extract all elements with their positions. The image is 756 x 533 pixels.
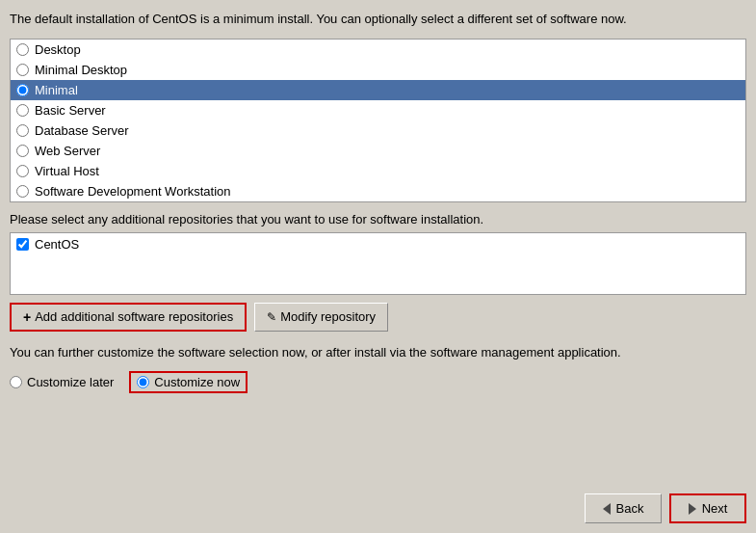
- repos-label: Please select any additional repositorie…: [10, 212, 746, 227]
- list-item-minimal[interactable]: Minimal: [11, 80, 745, 100]
- repo-item[interactable]: CentOS: [16, 237, 740, 252]
- list-item[interactable]: Desktop: [11, 40, 745, 60]
- customize-now-label: Customize now: [154, 375, 240, 389]
- radio-desktop[interactable]: [16, 43, 29, 56]
- radio-virtual-host[interactable]: [16, 165, 29, 177]
- list-item-label: Minimal Desktop: [35, 63, 127, 77]
- next-arrow-icon: [689, 503, 696, 515]
- list-item[interactable]: Web Server: [11, 141, 745, 161]
- back-arrow-icon: [603, 503, 611, 515]
- list-item-label: Minimal: [35, 83, 78, 97]
- list-item-label: Basic Server: [35, 103, 106, 118]
- repos-box: CentOS: [10, 232, 746, 295]
- add-repos-label: Add additional software repositories: [35, 309, 233, 324]
- list-item[interactable]: Software Development Workstation: [11, 181, 745, 201]
- list-item-label: Software Development Workstation: [35, 184, 231, 199]
- back-button[interactable]: Back: [585, 493, 662, 523]
- customize-text: You can further customize the software s…: [10, 343, 746, 362]
- next-label: Next: [702, 501, 728, 516]
- modify-repo-label: Modify repository: [280, 309, 376, 324]
- software-list-container: Desktop Minimal Desktop Minimal Basic Se…: [10, 39, 746, 202]
- list-item[interactable]: Basic Server: [11, 100, 745, 120]
- button-row: + Add additional software repositories ✎…: [10, 303, 746, 332]
- list-item[interactable]: Virtual Host: [11, 161, 745, 181]
- edit-icon: ✎: [267, 310, 276, 324]
- radio-customize-later[interactable]: [10, 376, 22, 388]
- radio-web-server[interactable]: [16, 145, 29, 157]
- centos-repo-checkbox[interactable]: [16, 238, 29, 251]
- radio-software-dev[interactable]: [16, 185, 29, 198]
- add-repos-button[interactable]: + Add additional software repositories: [10, 303, 247, 332]
- list-item-label: Database Server: [35, 123, 129, 138]
- radio-database-server[interactable]: [16, 124, 29, 137]
- intro-text: The default installation of CentOS is a …: [10, 10, 746, 29]
- list-item[interactable]: Database Server: [11, 120, 745, 141]
- modify-repo-button[interactable]: ✎ Modify repository: [254, 303, 388, 332]
- customize-now-option[interactable]: Customize now: [129, 371, 248, 393]
- software-list: Desktop Minimal Desktop Minimal Basic Se…: [11, 40, 745, 201]
- back-label: Back: [616, 501, 644, 516]
- list-item[interactable]: Minimal Desktop: [11, 60, 745, 80]
- radio-minimal-desktop[interactable]: [16, 64, 29, 76]
- plus-icon: +: [23, 309, 31, 325]
- customize-options: Customize later Customize now: [10, 371, 746, 393]
- bottom-navigation: Back Next: [10, 493, 746, 523]
- radio-basic-server[interactable]: [16, 104, 29, 117]
- radio-customize-now[interactable]: [137, 376, 149, 388]
- radio-minimal[interactable]: [16, 84, 29, 96]
- list-item-label: Desktop: [35, 42, 81, 57]
- next-button[interactable]: Next: [669, 493, 746, 523]
- customize-later-label: Customize later: [27, 375, 114, 389]
- customize-later-option[interactable]: Customize later: [10, 375, 114, 389]
- list-item-label: Virtual Host: [35, 164, 99, 178]
- list-item-label: Web Server: [35, 144, 100, 158]
- repo-item-label: CentOS: [35, 237, 79, 252]
